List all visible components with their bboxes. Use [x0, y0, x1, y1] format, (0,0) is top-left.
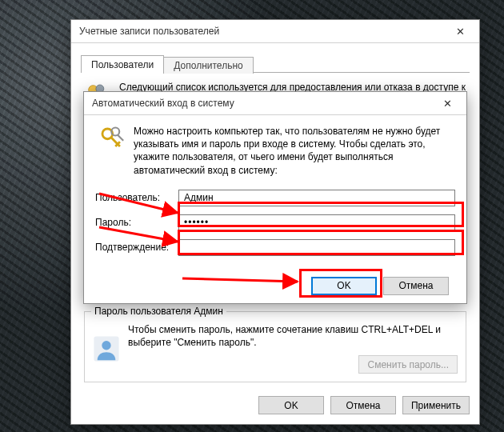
titlebar[interactable]: Учетные записи пользователей ✕: [71, 20, 479, 43]
keys-icon: [98, 125, 126, 152]
user-label: Пользователь:: [95, 192, 178, 203]
close-icon[interactable]: ✕: [446, 23, 474, 39]
password-label: Пароль:: [95, 217, 178, 228]
svg-point-4: [102, 341, 110, 350]
dialog-intro: Можно настроить компьютер так, что польз…: [134, 125, 452, 177]
confirm-label: Подтверждение:: [95, 242, 178, 253]
ok-button[interactable]: OK: [258, 396, 324, 414]
change-password-hint: Чтобы сменить пароль, нажмите сочетание …: [128, 323, 458, 349]
user-input[interactable]: [178, 190, 455, 206]
password-input[interactable]: [178, 214, 455, 231]
tabstrip: Пользователи Дополнительно: [81, 53, 470, 73]
auto-logon-dialog: Автоматический вход в систему ✕ Можно на…: [83, 91, 467, 304]
window-title: Учетные записи пользователей: [79, 26, 446, 37]
change-password-button[interactable]: Сменить пароль...: [358, 355, 458, 374]
tab-advanced[interactable]: Дополнительно: [163, 57, 253, 74]
close-icon[interactable]: ✕: [433, 95, 462, 111]
cancel-button[interactable]: Отмена: [330, 396, 396, 414]
avatar-icon: [93, 335, 120, 362]
password-groupbox: Пароль пользователя Админ Чтобы сменить …: [84, 311, 466, 382]
ok-button[interactable]: OK: [311, 277, 377, 295]
dialog-button-row: OK Отмена Применить: [71, 388, 479, 424]
cancel-button[interactable]: Отмена: [383, 277, 449, 295]
confirm-input[interactable]: [178, 239, 455, 256]
tab-users[interactable]: Пользователи: [81, 55, 164, 73]
apply-button[interactable]: Применить: [402, 396, 470, 414]
dialog-title: Автоматический вход в систему: [92, 98, 433, 109]
titlebar[interactable]: Автоматический вход в систему ✕: [84, 92, 466, 115]
